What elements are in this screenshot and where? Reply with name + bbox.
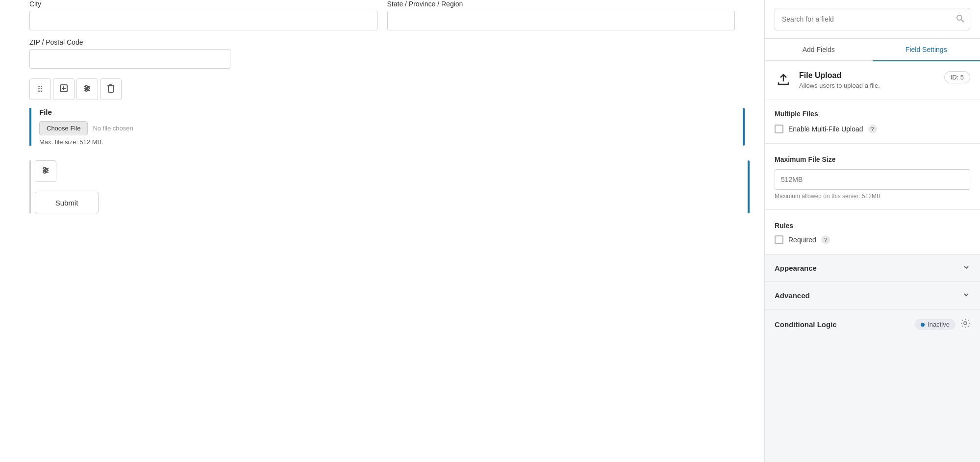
no-file-text: No file chosen (93, 125, 133, 132)
field-toolbar: ⠿ (29, 78, 735, 100)
max-file-helper: Maximum allowed on this server: 512MB (775, 193, 970, 200)
advanced-title: Advanced (775, 291, 810, 300)
sliders-icon (83, 84, 92, 95)
submit-btn[interactable]: Submit (35, 192, 99, 213)
submit-drag-handle (748, 160, 750, 213)
zip-label: ZIP / Postal Code (29, 38, 230, 46)
file-input-area: Choose File No file chosen (39, 121, 735, 135)
file-field-label: File (39, 108, 735, 116)
svg-point-7 (87, 87, 89, 89)
city-field-group: City (29, 0, 377, 30)
zip-field-group: ZIP / Postal Code (29, 38, 230, 69)
enable-multifile-label: Enable Multi-File Upload (788, 125, 863, 133)
submit-settings-btn[interactable] (35, 160, 56, 182)
multiple-files-section: Multiple Files Enable Multi-File Upload … (765, 100, 980, 144)
appearance-title: Appearance (775, 264, 817, 272)
field-info-text: File Upload Allows users to upload a fil… (799, 71, 880, 89)
svg-point-13 (46, 169, 48, 171)
svg-point-17 (964, 322, 967, 325)
enable-multifile-checkbox[interactable] (775, 125, 783, 133)
city-input[interactable] (29, 11, 377, 30)
file-size-note: Max. file size: 512 MB. (39, 138, 735, 146)
max-file-size-section: Maximum File Size Maximum allowed on thi… (765, 144, 980, 210)
tab-add-fields[interactable]: Add Fields (765, 39, 873, 61)
city-label: City (29, 0, 377, 8)
tabs-row: Add Fields Field Settings (765, 39, 980, 61)
inactive-label: Inactive (928, 321, 950, 328)
svg-point-15 (957, 15, 962, 20)
conditional-logic-right: Inactive (915, 318, 970, 331)
svg-point-8 (85, 89, 87, 91)
right-panel: Add Fields Field Settings File Upload Al… (764, 0, 980, 462)
required-row: Required ? (775, 235, 970, 244)
drag-handle-vertical (743, 108, 745, 146)
trash-icon (107, 84, 115, 95)
main-form-area: City State / Province / Region ZIP / Pos… (0, 0, 764, 462)
max-file-size-input[interactable] (775, 169, 970, 190)
appearance-section[interactable]: Appearance (765, 255, 980, 282)
file-field-container: File Choose File No file chosen Max. fil… (29, 108, 735, 146)
required-label: Required (788, 236, 816, 244)
state-label: State / Province / Region (387, 0, 735, 8)
svg-point-6 (85, 85, 87, 87)
file-field-block: File Choose File No file chosen Max. fil… (29, 108, 735, 146)
field-settings-btn[interactable] (76, 78, 98, 100)
required-help-icon[interactable]: ? (821, 235, 830, 244)
upload-icon (777, 73, 790, 89)
conditional-logic-section: Conditional Logic Inactive (765, 309, 980, 339)
appearance-chevron-icon (962, 263, 970, 273)
add-field-btn[interactable] (53, 78, 75, 100)
field-info-section: File Upload Allows users to upload a fil… (765, 61, 980, 100)
required-checkbox[interactable] (775, 235, 783, 244)
multiple-files-title: Multiple Files (775, 110, 970, 118)
sliders-icon-2 (41, 166, 50, 177)
drag-icon: ⠿ (37, 85, 43, 94)
zip-input[interactable] (29, 49, 230, 69)
tab-field-settings[interactable]: Field Settings (873, 39, 980, 61)
search-icon (955, 14, 964, 25)
conditional-logic-title: Conditional Logic (775, 320, 837, 329)
svg-point-14 (44, 171, 46, 173)
field-id-badge: ID: 5 (944, 71, 970, 83)
svg-point-12 (44, 167, 46, 169)
max-file-size-title: Maximum File Size (775, 155, 970, 163)
multifile-help-icon[interactable]: ? (868, 125, 877, 133)
submit-area: Submit (29, 160, 735, 213)
upload-icon-box (775, 72, 792, 90)
state-field-group: State / Province / Region (387, 0, 735, 30)
advanced-section[interactable]: Advanced (765, 282, 980, 309)
rules-title: Rules (775, 222, 970, 230)
rules-section: Rules Required ? (765, 210, 980, 255)
svg-line-16 (961, 20, 964, 22)
search-wrapper (775, 8, 970, 30)
state-input[interactable] (387, 11, 735, 30)
inactive-dot (921, 323, 925, 327)
zip-row: ZIP / Postal Code (29, 38, 735, 69)
drag-handle-btn[interactable]: ⠿ (29, 78, 51, 100)
enable-multifile-row: Enable Multi-File Upload ? (775, 125, 970, 133)
field-name: File Upload (799, 71, 880, 80)
conditional-logic-gear-icon[interactable] (960, 318, 970, 331)
add-icon (59, 84, 68, 95)
choose-file-btn[interactable]: Choose File (39, 121, 88, 135)
delete-field-btn[interactable] (100, 78, 122, 100)
field-description: Allows users to upload a file. (799, 82, 880, 89)
city-state-row: City State / Province / Region (29, 0, 735, 30)
search-input[interactable] (775, 8, 970, 30)
search-bar-section (765, 0, 980, 39)
advanced-chevron-icon (962, 291, 970, 300)
inactive-badge[interactable]: Inactive (915, 319, 955, 330)
